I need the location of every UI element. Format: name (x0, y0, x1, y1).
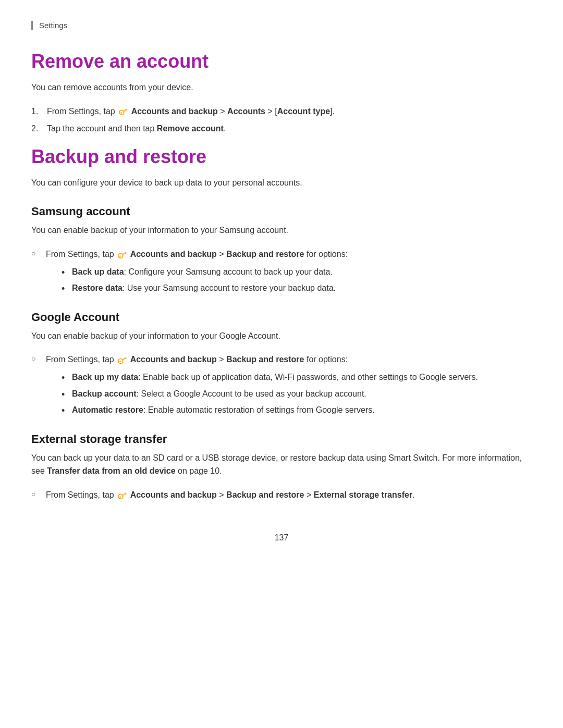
breadcrumb: Settings (31, 21, 532, 30)
google-backup-account: Backup account: Select a Google Account … (62, 387, 532, 401)
google-back-up-data: Back up my data: Enable back up of appli… (62, 371, 532, 384)
google-dot-list: Back up my data: Enable back up of appli… (62, 371, 532, 417)
section-intro-backup-restore: You can configure your device to back up… (31, 176, 532, 190)
samsung-circle-item: From Settings, tap Accounts and backup >… (31, 248, 532, 295)
step-2: 2. Tap the account and then tap Remove a… (31, 122, 532, 135)
subsection-title-external-storage: External storage transfer (31, 433, 532, 446)
google-automatic-restore: Automatic restore: Enable automatic rest… (62, 403, 532, 417)
google-circle-list: From Settings, tap Accounts and backup >… (31, 353, 532, 416)
svg-line-14 (125, 493, 126, 495)
subsection-intro-google: You can enable backup of your informatio… (31, 329, 532, 343)
section-title-remove-account: Remove an account (31, 51, 532, 72)
remove-account-steps: 1. From Settings, tap Accounts and backu… (31, 105, 532, 135)
key-icon-external (117, 491, 127, 500)
step-1: 1. From Settings, tap Accounts and backu… (31, 105, 532, 118)
section-intro-remove-account: You can remove accounts from your device… (31, 81, 532, 94)
page-number: 137 (31, 533, 532, 542)
key-icon-1 (118, 107, 128, 116)
subsection-intro-samsung: You can enable backup of your informatio… (31, 224, 532, 237)
subsection-intro-external-storage: You can back up your data to an SD card … (31, 451, 532, 478)
samsung-back-up-data: Back up data: Configure your Samsung acc… (62, 265, 532, 279)
svg-point-7 (119, 255, 121, 257)
subsection-google: Google Account You can enable backup of … (31, 311, 532, 417)
svg-line-6 (125, 253, 126, 254)
section-backup-restore: Backup and restore You can configure you… (31, 146, 532, 502)
samsung-circle-list: From Settings, tap Accounts and backup >… (31, 248, 532, 295)
section-remove-account: Remove an account You can remove account… (31, 51, 532, 135)
svg-line-10 (125, 359, 126, 360)
svg-point-15 (119, 496, 121, 498)
section-title-backup-restore: Backup and restore (31, 146, 532, 168)
external-circle-list: From Settings, tap Accounts and backup >… (31, 488, 532, 502)
external-circle-item: From Settings, tap Accounts and backup >… (31, 488, 532, 502)
svg-point-3 (120, 113, 122, 114)
samsung-dot-list: Back up data: Configure your Samsung acc… (62, 265, 532, 295)
subsection-title-samsung: Samsung account (31, 205, 532, 218)
svg-point-11 (119, 361, 121, 362)
subsection-external-storage: External storage transfer You can back u… (31, 433, 532, 502)
svg-line-2 (126, 110, 127, 111)
subsection-samsung: Samsung account You can enable backup of… (31, 205, 532, 294)
breadcrumb-label: Settings (39, 21, 67, 30)
subsection-title-google: Google Account (31, 311, 532, 324)
key-icon-samsung (117, 250, 127, 260)
samsung-restore-data: Restore data: Use your Samsung account t… (62, 281, 532, 295)
key-icon-google (117, 355, 127, 365)
google-circle-item: From Settings, tap Accounts and backup >… (31, 353, 532, 416)
